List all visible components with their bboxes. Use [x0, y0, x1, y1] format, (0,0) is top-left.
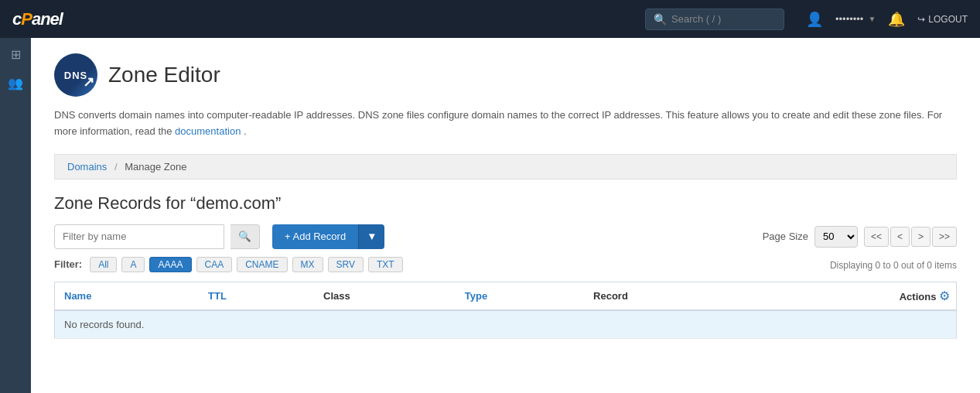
actions-gear-button[interactable]: ⚙: [939, 289, 950, 303]
displaying-info: Displaying 0 to 0 out of 0 items: [830, 260, 957, 271]
add-record-button[interactable]: + Add Record: [272, 224, 358, 249]
col-type: Type: [456, 282, 584, 310]
col-record: Record: [584, 282, 750, 310]
doc-link[interactable]: documentation: [175, 125, 241, 137]
description: DNS converts domain names into computer-…: [54, 108, 957, 140]
filter-row: Filter: All A AAAA CAA CNAME MX SRV TXT: [54, 257, 403, 272]
cpanel-logo: cPanel: [12, 9, 63, 29]
page-size-select[interactable]: 50 10 25 100: [814, 226, 858, 248]
logout-icon: ↪: [917, 14, 925, 25]
add-record-dropdown-button[interactable]: ▼: [358, 224, 384, 249]
table-row: No records found.: [55, 310, 957, 339]
nav-user[interactable]: •••••••• ▼: [835, 13, 876, 25]
nav-icons: 👤 •••••••• ▼ 🔔 ↪ LOGOUT: [806, 11, 968, 28]
bell-icon[interactable]: 🔔: [888, 11, 905, 28]
sidebar: ⊞ 👥: [0, 38, 31, 393]
col-actions: Actions ⚙: [750, 282, 956, 310]
search-box[interactable]: 🔍: [645, 9, 784, 30]
filter-all-button[interactable]: All: [90, 257, 117, 272]
filter-a-button[interactable]: A: [121, 257, 145, 272]
dns-badge: DNS ↗: [54, 53, 97, 97]
search-icon: 🔍: [654, 13, 667, 26]
col-class: Class: [314, 282, 456, 310]
top-nav: cPanel 🔍 👤 •••••••• ▼ 🔔 ↪ LOGOUT: [0, 0, 980, 38]
filter-label: Filter:: [54, 258, 82, 270]
breadcrumb-sep: /: [114, 161, 118, 173]
user-icon: 👤: [806, 11, 823, 28]
filter-aaaa-button[interactable]: AAAA: [149, 257, 191, 272]
col-ttl: TTL: [199, 282, 314, 310]
section-title: Zone Records for “demo.com”: [54, 193, 957, 214]
add-record-group: + Add Record ▼: [272, 224, 384, 249]
nav-username: ••••••••: [835, 13, 863, 25]
page-title: Zone Editor: [108, 63, 220, 87]
main-layout: ⊞ 👥 DNS ↗ Zone Editor DNS converts domai…: [0, 38, 980, 393]
search-input[interactable]: [671, 13, 764, 25]
breadcrumb: Domains / Manage Zone: [54, 154, 957, 179]
filter-txt-button[interactable]: TXT: [368, 257, 403, 272]
no-records-text: No records found.: [64, 319, 144, 330]
users-icon[interactable]: 👥: [8, 76, 23, 91]
controls-row: 🔍 + Add Record ▼ Page Size 50 10 25 100: [54, 224, 957, 249]
filter-cname-button[interactable]: CNAME: [237, 257, 287, 272]
breadcrumb-current: Manage Zone: [125, 161, 186, 173]
filter-input[interactable]: [54, 224, 224, 249]
filter-search-button[interactable]: 🔍: [230, 224, 260, 249]
pagination-last[interactable]: >>: [932, 227, 957, 247]
col-name: Name: [55, 282, 200, 310]
zone-table: Name TTL Class Type Record Actions ⚙ No …: [54, 282, 957, 339]
logout-button[interactable]: ↪ LOGOUT: [917, 14, 968, 25]
page-size-label: Page Size: [763, 231, 808, 242]
filter-mx-button[interactable]: MX: [292, 257, 323, 272]
caret-down-icon: ▼: [367, 231, 377, 242]
page-header: DNS ↗ Zone Editor: [54, 53, 957, 97]
grid-icon[interactable]: ⊞: [11, 47, 21, 62]
cursor-icon: ↗: [83, 73, 94, 91]
breadcrumb-domains[interactable]: Domains: [67, 161, 107, 173]
pagination-next[interactable]: >: [911, 227, 930, 247]
user-caret-icon: ▼: [868, 15, 876, 23]
pagination: << < > >>: [864, 227, 957, 247]
filter-caa-button[interactable]: CAA: [196, 257, 233, 272]
filter-srv-button[interactable]: SRV: [328, 257, 364, 272]
pagination-first[interactable]: <<: [864, 227, 889, 247]
pagination-prev[interactable]: <: [890, 227, 910, 247]
filter-search-icon: 🔍: [238, 231, 251, 242]
main-content: DNS ↗ Zone Editor DNS converts domain na…: [31, 38, 980, 393]
page-size-group: Page Size 50 10 25 100 << < > >>: [763, 226, 957, 248]
